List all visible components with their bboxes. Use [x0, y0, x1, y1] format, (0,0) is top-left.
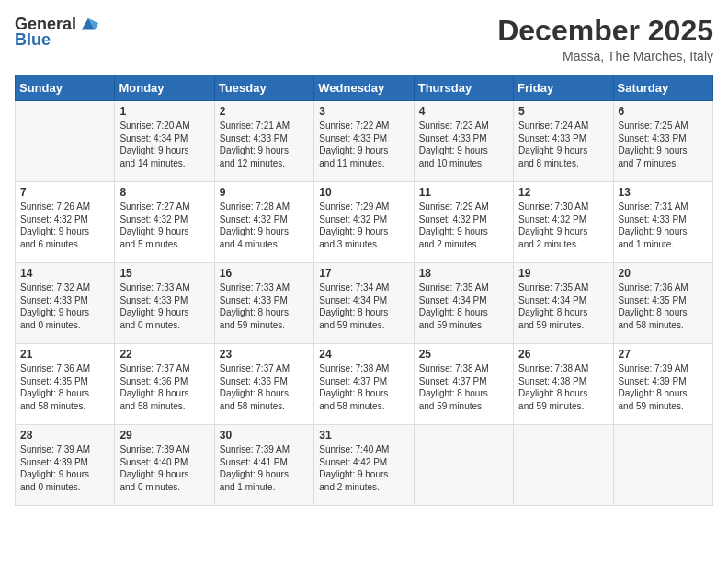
cell-info-line: Sunrise: 7:37 AM [220, 363, 290, 373]
calendar-cell: 26Sunrise: 7:38 AMSunset: 4:38 PMDayligh… [514, 344, 613, 425]
title-block: December 2025 Massa, The Marches, Italy [497, 15, 713, 63]
cell-info-line: and 59 minutes. [619, 401, 684, 411]
calendar-cell: 16Sunrise: 7:33 AMSunset: 4:33 PMDayligh… [214, 263, 313, 344]
cell-info-line: Sunrise: 7:29 AM [419, 201, 489, 212]
month-title: December 2025 [497, 15, 713, 47]
cell-info-line: Daylight: 9 hours [518, 145, 587, 155]
cell-info-line: Sunset: 4:37 PM [319, 376, 387, 386]
cell-info: Sunrise: 7:40 AMSunset: 4:42 PMDaylight:… [319, 443, 408, 493]
calendar-cell: 23Sunrise: 7:37 AMSunset: 4:36 PMDayligh… [214, 344, 313, 425]
calendar-cell: 22Sunrise: 7:37 AMSunset: 4:36 PMDayligh… [115, 344, 214, 425]
calendar-cell [613, 425, 712, 506]
cell-info-line: and 59 minutes. [419, 401, 484, 411]
cell-info-line: Sunrise: 7:38 AM [518, 363, 588, 373]
cell-info-line: and 59 minutes. [518, 401, 584, 411]
cell-info-line: and 10 minutes. [419, 158, 484, 168]
cell-info-line: Sunset: 4:33 PM [119, 295, 188, 305]
cell-info-line: and 12 minutes. [220, 158, 285, 168]
cell-info: Sunrise: 7:28 AMSunset: 4:32 PMDaylight:… [220, 201, 309, 250]
cell-info-line: Sunset: 4:34 PM [119, 133, 188, 144]
calendar-cell: 2Sunrise: 7:21 AMSunset: 4:33 PMDaylight… [214, 101, 313, 182]
cell-info-line: Daylight: 9 hours [20, 307, 89, 317]
cell-info-line: Daylight: 8 hours [319, 388, 388, 398]
cell-info-line: Sunrise: 7:35 AM [518, 282, 588, 293]
cell-info: Sunrise: 7:36 AMSunset: 4:35 PMDaylight:… [20, 362, 109, 412]
cell-info-line: Sunrise: 7:26 AM [20, 201, 90, 212]
cell-info-line: and 4 minutes. [220, 239, 280, 249]
cell-info-line: Sunset: 4:34 PM [319, 295, 387, 305]
cell-info-line: and 5 minutes. [119, 239, 180, 249]
day-number: 22 [119, 348, 209, 361]
cell-info-line: and 1 minute. [220, 482, 276, 492]
day-number: 5 [518, 105, 608, 118]
cell-info: Sunrise: 7:21 AMSunset: 4:33 PMDaylight:… [220, 120, 309, 169]
cell-info-line: Daylight: 8 hours [619, 307, 688, 317]
cell-info: Sunrise: 7:20 AMSunset: 4:34 PMDaylight:… [119, 120, 209, 169]
cell-info: Sunrise: 7:38 AMSunset: 4:37 PMDaylight:… [419, 362, 508, 412]
day-number: 1 [119, 105, 209, 118]
cell-info: Sunrise: 7:37 AMSunset: 4:36 PMDaylight:… [220, 362, 309, 412]
calendar-cell [16, 101, 115, 182]
cell-info-line: Daylight: 9 hours [119, 145, 188, 155]
day-number: 6 [619, 105, 708, 118]
cell-info-line: Sunrise: 7:39 AM [119, 444, 189, 454]
cell-info-line: Sunrise: 7:29 AM [319, 201, 389, 212]
cell-info: Sunrise: 7:35 AMSunset: 4:34 PMDaylight:… [419, 282, 508, 331]
cell-info-line: and 7 minutes. [619, 158, 679, 168]
cell-info-line: Daylight: 8 hours [20, 388, 89, 398]
cell-info-line: and 11 minutes. [319, 158, 384, 168]
cell-info-line: Sunrise: 7:34 AM [319, 282, 389, 293]
day-number: 18 [419, 267, 508, 280]
cell-info: Sunrise: 7:22 AMSunset: 4:33 PMDaylight:… [319, 120, 408, 169]
day-number: 29 [119, 429, 209, 442]
cell-info-line: Sunrise: 7:40 AM [319, 444, 389, 454]
cell-info-line: Sunset: 4:33 PM [518, 133, 586, 144]
col-header-thursday: Thursday [414, 75, 513, 101]
cell-info-line: Daylight: 9 hours [619, 145, 688, 155]
cell-info-line: and 59 minutes. [419, 320, 484, 330]
day-number: 24 [319, 348, 408, 361]
cell-info-line: Daylight: 9 hours [319, 145, 388, 155]
calendar-cell: 25Sunrise: 7:38 AMSunset: 4:37 PMDayligh… [414, 344, 513, 425]
cell-info-line: and 59 minutes. [220, 320, 285, 330]
cell-info-line: Daylight: 9 hours [220, 145, 289, 155]
calendar-cell: 13Sunrise: 7:31 AMSunset: 4:33 PMDayligh… [613, 182, 712, 263]
cell-info: Sunrise: 7:29 AMSunset: 4:32 PMDaylight:… [319, 201, 408, 250]
day-number: 17 [319, 267, 408, 280]
cell-info-line: and 2 minutes. [319, 482, 380, 492]
cell-info-line: Sunrise: 7:36 AM [20, 363, 90, 373]
day-number: 11 [419, 186, 508, 199]
cell-info-line: and 58 minutes. [20, 401, 85, 411]
day-number: 20 [619, 267, 708, 280]
cell-info-line: Sunset: 4:37 PM [419, 376, 487, 386]
calendar-cell: 21Sunrise: 7:36 AMSunset: 4:35 PMDayligh… [16, 344, 115, 425]
cell-info-line: Sunrise: 7:33 AM [220, 282, 290, 293]
day-number: 23 [220, 348, 309, 361]
day-number: 10 [319, 186, 408, 199]
cell-info-line: Daylight: 8 hours [319, 307, 388, 317]
calendar-cell: 30Sunrise: 7:39 AMSunset: 4:41 PMDayligh… [214, 425, 313, 506]
calendar-cell: 6Sunrise: 7:25 AMSunset: 4:33 PMDaylight… [613, 101, 712, 182]
cell-info-line: and 0 minutes. [119, 482, 180, 492]
cell-info-line: Daylight: 8 hours [518, 388, 587, 398]
cell-info: Sunrise: 7:33 AMSunset: 4:33 PMDaylight:… [119, 282, 209, 331]
cell-info: Sunrise: 7:39 AMSunset: 4:39 PMDaylight:… [619, 362, 708, 412]
calendar-cell: 7Sunrise: 7:26 AMSunset: 4:32 PMDaylight… [16, 182, 115, 263]
cell-info-line: and 8 minutes. [518, 158, 579, 168]
day-number: 26 [518, 348, 608, 361]
cell-info-line: Sunrise: 7:32 AM [20, 282, 90, 293]
cell-info-line: Daylight: 9 hours [119, 469, 188, 479]
cell-info-line: Sunrise: 7:38 AM [419, 363, 489, 373]
cell-info-line: Daylight: 8 hours [419, 307, 488, 317]
cell-info-line: Sunrise: 7:25 AM [619, 121, 688, 131]
cell-info-line: Sunset: 4:41 PM [220, 457, 288, 467]
calendar-cell: 29Sunrise: 7:39 AMSunset: 4:40 PMDayligh… [115, 425, 214, 506]
cell-info-line: Sunset: 4:32 PM [220, 214, 288, 224]
day-number: 31 [319, 429, 408, 442]
cell-info-line: Sunrise: 7:39 AM [20, 444, 90, 454]
cell-info: Sunrise: 7:35 AMSunset: 4:34 PMDaylight:… [518, 282, 608, 331]
col-header-monday: Monday [115, 75, 214, 101]
cell-info-line: Sunset: 4:40 PM [119, 457, 188, 467]
calendar-cell: 28Sunrise: 7:39 AMSunset: 4:39 PMDayligh… [16, 425, 115, 506]
cell-info-line: Daylight: 9 hours [419, 226, 488, 236]
